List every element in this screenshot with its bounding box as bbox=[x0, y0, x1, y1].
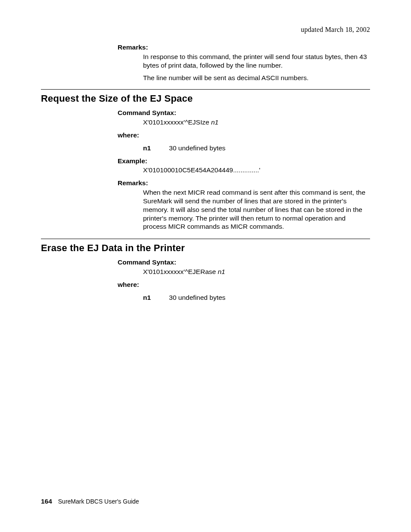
remarks-label: Remarks: bbox=[118, 43, 370, 52]
where-label: where: bbox=[118, 280, 370, 289]
param-val: 30 undefined bytes bbox=[169, 144, 225, 152]
example-value: X'010100010C5E454A204449..............' bbox=[143, 166, 370, 174]
param-row: n1 30 undefined bytes bbox=[143, 144, 370, 152]
example-label: Example: bbox=[118, 157, 370, 165]
remarks-body-p2: The line number will be sent as decimal … bbox=[143, 74, 370, 82]
command-syntax-label: Command Syntax: bbox=[118, 109, 370, 117]
section2-title: Erase the EJ Data in the Printer bbox=[41, 243, 370, 254]
command-syntax-label: Command Syntax: bbox=[118, 258, 370, 267]
section-divider bbox=[41, 239, 370, 239]
syntax-arg: n1 bbox=[211, 118, 218, 126]
param-key: n1 bbox=[143, 293, 167, 302]
remarks-body-p1: In response to this command, the printer… bbox=[143, 53, 370, 70]
section-divider bbox=[41, 89, 370, 90]
syntax-prefix: X'0101xxxxxx'^EJERase bbox=[143, 268, 218, 275]
section0-remarks-block: Remarks: In response to this command, th… bbox=[118, 43, 370, 82]
page-footer: 164 SureMark DBCS User's Guide bbox=[41, 498, 139, 505]
param-key: n1 bbox=[143, 144, 167, 152]
doc-title: SureMark DBCS User's Guide bbox=[58, 498, 139, 505]
command-syntax-value: X'0101xxxxxx'^EJSIze n1 bbox=[143, 118, 370, 127]
section1-title: Request the Size of the EJ Space bbox=[41, 93, 370, 104]
param-val: 30 undefined bytes bbox=[169, 294, 225, 301]
section2-block: Command Syntax: X'0101xxxxxx'^EJERase n1… bbox=[118, 258, 370, 302]
updated-date: updated March 18, 2002 bbox=[41, 26, 370, 34]
remarks-body: When the next MICR read command is sent … bbox=[143, 188, 370, 231]
remarks-label: Remarks: bbox=[118, 179, 370, 187]
syntax-prefix: X'0101xxxxxx'^EJSIze bbox=[143, 118, 211, 126]
command-syntax-value: X'0101xxxxxx'^EJERase n1 bbox=[143, 268, 370, 276]
section1-block: Command Syntax: X'0101xxxxxx'^EJSIze n1 … bbox=[118, 109, 370, 231]
where-label: where: bbox=[118, 131, 370, 140]
syntax-arg: n1 bbox=[218, 268, 225, 275]
page-container: updated March 18, 2002 Remarks: In respo… bbox=[0, 0, 411, 532]
param-row: n1 30 undefined bytes bbox=[143, 293, 370, 302]
page-number: 164 bbox=[41, 498, 52, 505]
